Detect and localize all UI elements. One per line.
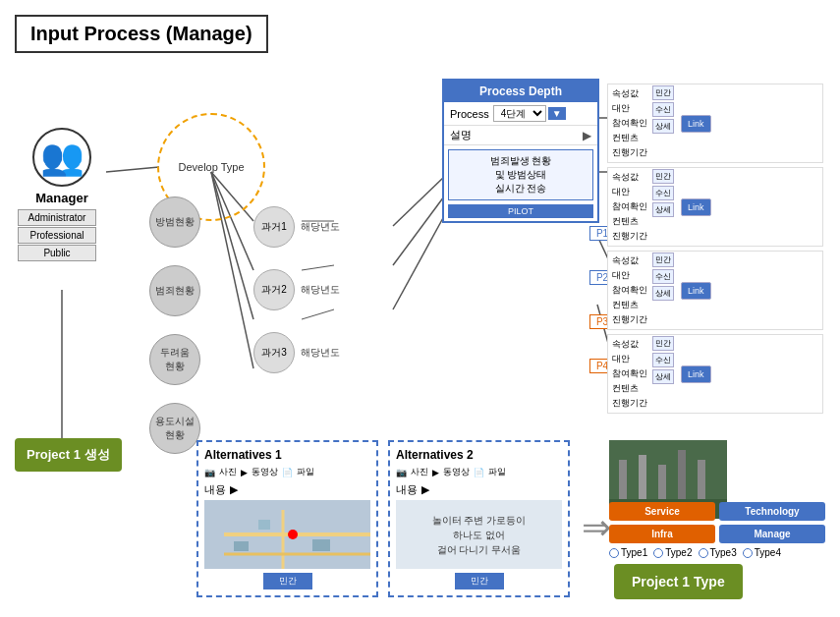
manager-label: Manager	[18, 191, 106, 205]
attr-label-4-3: 참여확인	[612, 366, 647, 381]
method-item-2: 범죄현황	[149, 265, 200, 316]
method-item-4: 용도시설 현황	[149, 403, 200, 454]
attr-panel-2: 속성값 대안 참여확인 컨텐츠 진행기간 민간 수신 상세 Link	[607, 167, 823, 247]
attr-btn-1-1[interactable]: 민간	[652, 85, 674, 100]
alt-2-pilot-button[interactable]: 민간	[455, 573, 504, 589]
history-item-2: 과거2 해당년도	[253, 269, 340, 310]
attr-link-2: Link	[675, 168, 717, 246]
attr-btn-2-1[interactable]: 민간	[652, 169, 674, 184]
manager-section: 👥 Manager Administrator Professional Pub…	[18, 128, 106, 262]
pilot-button[interactable]: PILOT	[448, 204, 593, 218]
attr-link-4: Link	[675, 335, 717, 413]
main-container: Input Process (Manage) 👥 Manager Adminis…	[0, 0, 840, 617]
method-circle-2: 범죄현황	[149, 265, 200, 316]
svg-rect-28	[678, 450, 686, 499]
role-administrator[interactable]: Administrator	[18, 209, 96, 226]
link-button-4[interactable]: Link	[681, 365, 711, 383]
svg-rect-25	[619, 460, 627, 499]
alt-1-icon-video: 동영상	[252, 466, 278, 478]
radio-circle-4	[743, 548, 753, 558]
link-button-3[interactable]: Link	[681, 282, 711, 300]
attr-btn-4-3[interactable]: 상세	[652, 369, 674, 384]
attr-label-4-4: 컨텐츠	[612, 381, 647, 396]
history-section: 과거1 해당년도 과거2 해당년도 과거3 해당년도	[253, 206, 340, 395]
infra-button[interactable]: Infra	[609, 525, 715, 543]
process-dropdown-icon[interactable]: ▼	[548, 107, 566, 120]
attr-link-3: Link	[675, 252, 717, 329]
radio-circle-3	[699, 548, 708, 558]
radio-type4[interactable]: Type4	[743, 547, 781, 558]
attr-label-3-5: 진행기간	[612, 312, 647, 327]
method-circle-4: 용도시설 현황	[149, 403, 200, 454]
attr-btn-3-1[interactable]: 민간	[652, 252, 674, 267]
attr-btn-2-2[interactable]: 수신	[652, 186, 674, 200]
content-arrow-1: ▶	[230, 483, 238, 496]
attr-label-2-4: 컨텐츠	[612, 214, 647, 229]
alternatives-section: Alternatives 1 📷 사진 ▶ 동영상 📄 파일 내용 ▶	[196, 440, 570, 597]
type-row-2: Infra Manage	[609, 525, 825, 543]
attr-btn-2-3[interactable]: 상세	[652, 202, 674, 217]
map-image	[204, 500, 370, 569]
alt-2-icon-photo: 사진	[411, 466, 428, 478]
link-button-1[interactable]: Link	[681, 115, 711, 133]
radio-type2[interactable]: Type2	[653, 547, 692, 558]
video-icon: ▶	[241, 468, 248, 477]
radio-type3[interactable]: Type3	[699, 547, 737, 558]
attr-btn-4-1[interactable]: 민간	[652, 336, 674, 351]
attr-label-3-3: 참여확인	[612, 283, 647, 298]
svg-rect-26	[639, 455, 646, 499]
svg-line-0	[106, 167, 159, 172]
title-text: Input Process (Manage)	[30, 23, 252, 44]
attr-label-4-5: 진행기간	[612, 396, 647, 411]
attr-label-3-1: 속성값	[612, 253, 647, 268]
attr-btn-3-3[interactable]: 상세	[652, 286, 674, 301]
svg-line-10	[393, 216, 444, 309]
attr-label-1-5: 진행기간	[612, 145, 647, 160]
method-item-1: 방범현황	[149, 196, 200, 248]
role-public[interactable]: Public	[18, 245, 96, 261]
attr-panel-1: 속성값 대안 참여확인 컨텐츠 진행기간 민간 수신 상세 Link	[607, 84, 823, 163]
technology-button[interactable]: Technology	[719, 502, 825, 521]
attr-btn-4-2[interactable]: 수신	[652, 353, 674, 367]
attr-buttons-1: 민간 수신 상세	[651, 84, 675, 162]
attr-label-1-4: 컨텐츠	[612, 131, 647, 145]
method-item-3: 두려움 현황	[149, 334, 200, 385]
attr-labels-3: 속성값 대안 참여확인 컨텐츠 진행기간	[608, 252, 651, 329]
attr-label-1-2: 대안	[612, 101, 647, 116]
attr-link-1: Link	[675, 84, 717, 162]
type-radio-row: Type1 Type2 Type3 Type4	[609, 547, 825, 558]
file-icon-2: 📄	[474, 468, 484, 477]
service-button[interactable]: Service	[609, 502, 715, 521]
svg-rect-29	[698, 460, 705, 499]
project-type-button[interactable]: Project 1 Type	[614, 564, 743, 599]
role-professional[interactable]: Professional	[18, 227, 96, 244]
process-depth-box: Process Depth Process 4단계 1단계 2단계 3단계 ▼ …	[442, 79, 599, 223]
svg-line-8	[393, 177, 444, 226]
attr-labels-2: 속성값 대안 참여확인 컨텐츠 진행기간	[608, 168, 651, 246]
alternatives-1-box: Alternatives 1 📷 사진 ▶ 동영상 📄 파일 내용 ▶	[196, 440, 378, 597]
process-select[interactable]: 4단계 1단계 2단계 3단계	[493, 105, 546, 122]
attr-btn-1-3[interactable]: 상세	[652, 119, 674, 134]
manager-icon: 👥	[32, 128, 91, 187]
attr-label-2-3: 참여확인	[612, 199, 647, 214]
radio-type1[interactable]: Type1	[609, 547, 647, 558]
attr-label-2-2: 대안	[612, 185, 647, 199]
history-circle-1: 과거1	[253, 206, 295, 248]
alt-1-pilot-button[interactable]: 민간	[263, 573, 312, 589]
attr-btn-1-2[interactable]: 수신	[652, 102, 674, 117]
attr-label-1-1: 속성값	[612, 86, 647, 101]
attribute-panels: 속성값 대안 참여확인 컨텐츠 진행기간 민간 수신 상세 Link 속성값 대…	[607, 84, 823, 418]
svg-rect-22	[258, 520, 270, 530]
history-text-3: 해당년도	[301, 346, 340, 360]
alt-1-content-label: 내용 ▶	[204, 482, 370, 497]
link-button-2[interactable]: Link	[681, 198, 711, 216]
description-row: 설명 ▶	[444, 126, 597, 145]
attr-btn-3-2[interactable]: 수신	[652, 269, 674, 284]
page-title: Input Process (Manage)	[15, 15, 268, 53]
project-create-button[interactable]: Project 1 생성	[15, 438, 122, 472]
process-row: Process 4단계 1단계 2단계 3단계 ▼	[444, 102, 597, 126]
manage-button[interactable]: Manage	[719, 525, 825, 543]
video-icon-2: ▶	[432, 468, 439, 477]
attr-buttons-4: 민간 수신 상세	[651, 335, 675, 413]
attr-label-3-2: 대안	[612, 268, 647, 283]
